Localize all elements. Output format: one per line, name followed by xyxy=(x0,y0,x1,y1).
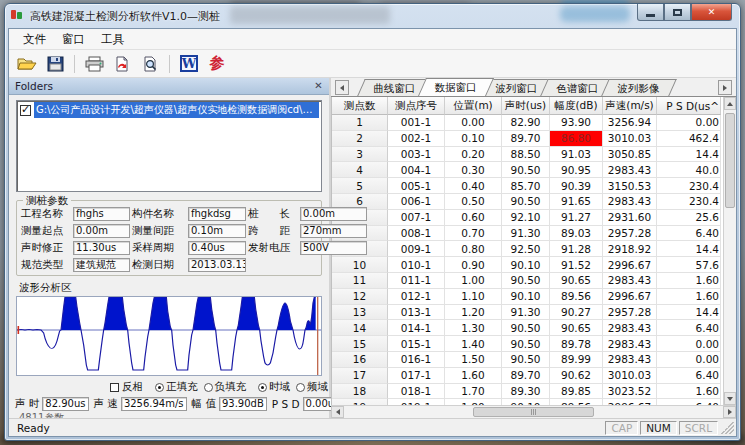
table-cell[interactable]: 12 xyxy=(332,289,388,305)
table-cell[interactable]: 1.60 xyxy=(657,289,721,305)
table-cell[interactable]: 009-1 xyxy=(388,241,445,257)
table-cell[interactable]: 0.40 xyxy=(445,178,502,194)
table-cell[interactable]: 90.50 xyxy=(502,320,550,336)
open-button[interactable] xyxy=(15,53,39,75)
table-row[interactable]: 15015-11.4090.5089.782983.430.00 xyxy=(332,336,723,352)
panel-close-icon[interactable]: ✕ xyxy=(312,79,325,92)
vertical-scroll-thumb[interactable] xyxy=(725,113,735,208)
table-cell[interactable]: 91.30 xyxy=(502,226,550,242)
table-cell[interactable]: 91.03 xyxy=(550,147,603,163)
table-row[interactable]: 2002-10.1089.7086.803010.03462.4 xyxy=(332,131,723,147)
table-cell[interactable]: 85.70 xyxy=(502,178,550,194)
table-cell[interactable]: 012-1 xyxy=(388,289,445,305)
table-cell[interactable]: 003-1 xyxy=(388,147,445,163)
table-cell[interactable]: 0.00 xyxy=(445,115,502,131)
menu-tools[interactable]: 工具 xyxy=(93,30,132,49)
table-cell[interactable]: 11 xyxy=(332,273,388,289)
close-button[interactable]: ✕ xyxy=(691,4,732,21)
table-cell[interactable]: 2983.43 xyxy=(603,352,657,368)
column-header[interactable]: 测点数 xyxy=(332,97,388,115)
table-cell[interactable]: 230.4 xyxy=(657,178,721,194)
table-cell[interactable]: 14.4 xyxy=(657,147,721,163)
table-cell[interactable]: 90.50 xyxy=(502,273,550,289)
reference-button[interactable]: 参 xyxy=(205,53,229,75)
table-cell[interactable]: 010-1 xyxy=(388,257,445,273)
table-cell[interactable]: 1.20 xyxy=(445,305,502,321)
table-cell[interactable]: 2983.43 xyxy=(603,194,657,210)
table-cell[interactable]: 15 xyxy=(332,336,388,352)
param-value[interactable]: 0.10m xyxy=(188,224,246,238)
table-cell[interactable]: 6.40 xyxy=(657,226,721,242)
table-cell[interactable]: 2918.92 xyxy=(603,241,657,257)
table-cell[interactable]: 004-1 xyxy=(388,162,445,178)
table-cell[interactable]: 1.60 xyxy=(657,384,721,400)
table-row[interactable]: 12012-11.1090.1089.562996.671.60 xyxy=(332,289,723,305)
table-cell[interactable]: 90.50 xyxy=(502,162,550,178)
table-cell[interactable]: 90.62 xyxy=(550,368,603,384)
vertical-scrollbar[interactable] xyxy=(723,97,736,405)
table-cell[interactable]: 5 xyxy=(332,178,388,194)
table-cell[interactable]: 2996.67 xyxy=(603,289,657,305)
table-cell[interactable]: 90.65 xyxy=(550,320,603,336)
table-cell[interactable]: 91.27 xyxy=(550,210,603,226)
table-cell[interactable]: 014-1 xyxy=(388,320,445,336)
param-value[interactable]: 0.40us xyxy=(188,241,246,255)
horizontal-scroll-thumb[interactable] xyxy=(473,407,594,417)
table-cell[interactable]: 90.50 xyxy=(502,336,550,352)
table-cell[interactable]: 0.50 xyxy=(445,194,502,210)
menu-window[interactable]: 窗口 xyxy=(54,30,93,49)
table-row[interactable]: 17017-11.6089.7090.623010.036.40 xyxy=(332,368,723,384)
table-cell[interactable]: 2983.43 xyxy=(603,320,657,336)
param-value[interactable]: 270mm xyxy=(300,224,367,238)
table-row[interactable]: 1001-10.0082.9093.903256.940.00 xyxy=(332,115,723,131)
table-cell[interactable]: 4 xyxy=(332,162,388,178)
table-cell[interactable]: 0.60 xyxy=(445,210,502,226)
table-row[interactable]: 5005-10.4085.7090.393150.53230.4 xyxy=(332,178,723,194)
horizontal-scroll-track[interactable] xyxy=(344,406,723,418)
table-row[interactable]: 16016-11.5090.5089.992983.430.00 xyxy=(332,352,723,368)
positive-fill-radio[interactable]: 正填充 xyxy=(155,380,198,394)
table-cell[interactable]: 462.4 xyxy=(657,131,721,147)
table-cell[interactable]: 3023.52 xyxy=(603,384,657,400)
table-row[interactable]: 8008-10.7091.3089.032957.286.40 xyxy=(332,226,723,242)
table-cell[interactable]: 1.50 xyxy=(445,352,502,368)
table-cell[interactable]: 1.10 xyxy=(445,289,502,305)
scroll-down-icon[interactable] xyxy=(724,392,736,405)
tab-wavetrain-image[interactable]: 波列影像 xyxy=(601,79,677,96)
table-cell[interactable]: 91.65 xyxy=(550,194,603,210)
param-value[interactable]: 2013.03.13 xyxy=(188,258,246,272)
freq-domain-radio[interactable]: 频域 xyxy=(296,380,328,394)
vertical-scroll-track[interactable] xyxy=(724,110,736,392)
table-cell[interactable]: 89.30 xyxy=(502,384,550,400)
export-button[interactable] xyxy=(110,53,134,75)
time-domain-radio[interactable]: 时域 xyxy=(258,380,290,394)
table-row[interactable]: 4004-10.3090.5090.952983.4340.0 xyxy=(332,162,723,178)
table-cell[interactable]: 14.4 xyxy=(657,305,721,321)
table-cell[interactable]: 3 xyxy=(332,147,388,163)
maximize-button[interactable] xyxy=(664,4,691,21)
tab-scroll-right-icon[interactable] xyxy=(718,80,732,95)
table-row[interactable]: 11011-11.0090.5090.652983.431.60 xyxy=(332,273,723,289)
table-cell[interactable]: 2 xyxy=(332,131,388,147)
column-header[interactable]: 声时(us) xyxy=(502,97,550,115)
param-value[interactable]: 0.00m xyxy=(300,207,367,221)
column-header[interactable]: P S D(us^ xyxy=(657,97,721,115)
table-cell[interactable]: 1.40 xyxy=(445,336,502,352)
column-header[interactable]: 声速(m/s) xyxy=(603,97,657,115)
table-row[interactable]: 14014-11.3090.5090.652983.436.40 xyxy=(332,320,723,336)
table-row[interactable]: 13013-11.2091.3090.272957.2814.4 xyxy=(332,305,723,321)
table-cell[interactable]: 90.27 xyxy=(550,305,603,321)
table-cell[interactable]: 1 xyxy=(332,115,388,131)
table-cell[interactable]: 0.00 xyxy=(657,115,721,131)
table-cell[interactable]: 0.80 xyxy=(445,241,502,257)
table-cell[interactable]: 6.40 xyxy=(657,320,721,336)
scroll-left-icon[interactable] xyxy=(331,406,344,418)
table-cell[interactable]: 89.70 xyxy=(502,368,550,384)
table-cell[interactable]: 89.56 xyxy=(550,289,603,305)
table-cell[interactable]: 90.39 xyxy=(550,178,603,194)
table-row[interactable]: 10010-10.9090.1091.522996.6757.6 xyxy=(332,257,723,273)
sound-speed-value[interactable]: 3256.94m/s xyxy=(121,397,187,411)
table-cell[interactable]: 91.30 xyxy=(502,305,550,321)
table-cell[interactable]: 016-1 xyxy=(388,352,445,368)
title-bar[interactable]: 高铁建混凝土检测分析软件V1.0—测桩 ✕ xyxy=(5,4,740,28)
